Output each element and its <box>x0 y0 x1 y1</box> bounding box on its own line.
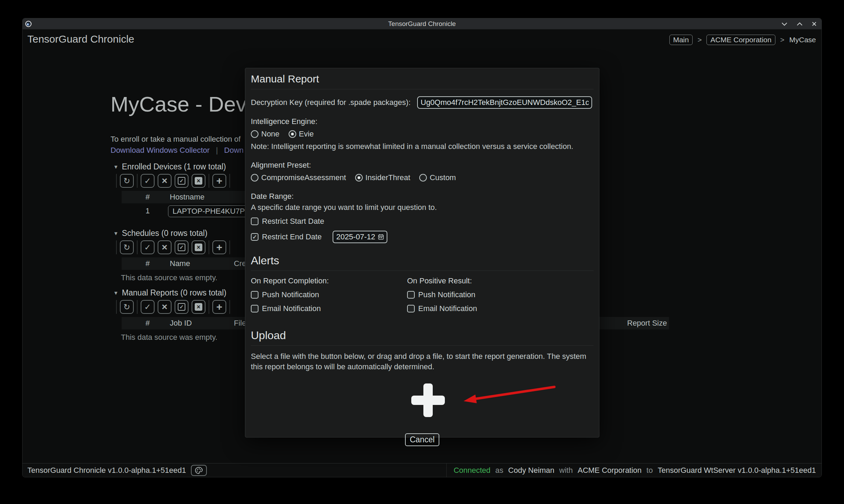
checkbox-check-icon: ✓ <box>178 303 185 311</box>
toolbar-divider <box>137 174 138 188</box>
restrict-start-date-checkbox[interactable]: Restrict Start Date <box>251 217 594 226</box>
section-title: Schedules (0 rows total) <box>122 229 208 238</box>
checkbox-checked-icon[interactable]: ✓ <box>251 233 258 241</box>
cancel-button[interactable]: Cancel <box>405 433 440 446</box>
minimize-icon[interactable] <box>781 22 788 26</box>
alerts-heading: Alerts <box>251 254 594 271</box>
status-word: to <box>647 466 653 475</box>
download-secondary-collector-link[interactable]: Down <box>224 146 244 155</box>
close-icon[interactable] <box>812 21 817 26</box>
status-word: as <box>495 466 503 475</box>
refresh-button[interactable]: ↻ <box>120 174 134 188</box>
toolbar-divider <box>209 240 209 254</box>
positive-push-checkbox[interactable]: Push Notification <box>407 290 563 299</box>
section-title: Enrolled Devices (1 row total) <box>122 162 226 171</box>
deselect-all-button[interactable]: × <box>192 174 205 188</box>
section-enrolled-devices[interactable]: ▼ Enrolled Devices (1 row total) <box>113 162 226 171</box>
radio-none[interactable]: None <box>251 130 280 139</box>
calendar-icon <box>378 234 384 240</box>
on-report-completion-column: On Report Completion: Push Notification … <box>251 276 407 313</box>
deselect-all-button[interactable]: × <box>192 240 205 254</box>
radio-evie[interactable]: Evie <box>289 130 314 139</box>
decryption-key-input[interactable] <box>417 96 592 109</box>
checkbox-x-icon: × <box>195 177 202 185</box>
check-icon: ✓ <box>144 303 151 311</box>
end-date-input[interactable]: 2025-07-12 <box>333 231 387 243</box>
approve-button[interactable]: ✓ <box>141 174 155 188</box>
radio-compromise-assessment[interactable]: CompromiseAssessment <box>251 173 346 182</box>
radio-insider-threat[interactable]: InsiderThreat <box>355 173 411 182</box>
approve-button[interactable]: ✓ <box>141 300 155 314</box>
alignment-preset-label: Alignment Preset: <box>251 161 594 170</box>
toolbar-divider <box>137 300 138 314</box>
deselect-all-button[interactable]: × <box>192 300 205 314</box>
status-server: TensorGuard WtServer v1.0.0-alpha.1+51ee… <box>658 466 816 475</box>
status-left: TensorGuard Chronicle v1.0.0-alpha.1+51e… <box>27 465 207 476</box>
radio-icon <box>251 174 258 182</box>
section-manual-reports[interactable]: ▼ Manual Reports (0 rows total) <box>113 288 227 298</box>
checkbox-check-icon: ✓ <box>178 244 185 251</box>
alignment-preset-options: CompromiseAssessment InsiderThreat Custo… <box>251 173 594 182</box>
alerts-columns: On Report Completion: Push Notification … <box>251 276 594 313</box>
schedules-toolbar: ↻ ✓ × ✓ × + <box>116 240 230 255</box>
collapse-icon: ▼ <box>113 164 118 170</box>
intro-text: To enroll or take a manual collection of <box>111 135 240 144</box>
maximize-icon[interactable] <box>797 22 803 26</box>
section-title: Manual Reports (0 rows total) <box>122 288 227 298</box>
plus-icon: + <box>216 302 222 312</box>
refresh-icon: ↻ <box>123 244 130 251</box>
approve-button[interactable]: ✓ <box>141 240 155 254</box>
collector-links: Download Windows Collector | Down <box>111 146 244 155</box>
manual-report-dialog: Manual Report Decryption Key (required f… <box>245 68 599 437</box>
add-button[interactable]: + <box>212 174 226 188</box>
add-button[interactable]: + <box>212 300 226 314</box>
x-icon: × <box>162 176 167 186</box>
toolbar-divider <box>116 174 117 188</box>
dialog-footer: Cancel <box>251 433 594 446</box>
refresh-button[interactable]: ↻ <box>120 300 134 314</box>
theme-button[interactable] <box>191 465 207 476</box>
column-header: # <box>146 193 150 202</box>
status-user: Cody Neiman <box>508 466 554 475</box>
upload-add-file-button[interactable] <box>411 383 445 417</box>
reject-button[interactable]: × <box>158 174 172 188</box>
reject-button[interactable]: × <box>158 240 172 254</box>
select-all-button[interactable]: ✓ <box>175 174 188 188</box>
completion-push-checkbox[interactable]: Push Notification <box>251 290 407 299</box>
checkbox-icon <box>251 291 258 299</box>
select-all-button[interactable]: ✓ <box>175 240 188 254</box>
column-header: # <box>146 319 150 328</box>
hostname-button[interactable]: LAPTOP-PHE4KU7P <box>168 205 249 217</box>
download-windows-collector-link[interactable]: Download Windows Collector <box>111 146 210 155</box>
toolbar-divider <box>209 300 209 314</box>
intelligence-engine-label: Intelligence Engine: <box>251 117 594 126</box>
column-header: Name <box>170 259 190 268</box>
toolbar-divider <box>229 240 230 254</box>
upload-drop-area <box>251 375 594 431</box>
completion-email-checkbox[interactable]: Email Notification <box>251 304 407 313</box>
section-schedules[interactable]: ▼ Schedules (0 rows total) <box>113 229 208 238</box>
checkbox-icon <box>251 218 258 225</box>
date-range-description: A specific date range you want to limit … <box>251 203 594 212</box>
refresh-button[interactable]: ↻ <box>120 240 134 254</box>
window-controls <box>781 18 817 29</box>
x-icon: × <box>162 302 167 312</box>
radio-custom[interactable]: Custom <box>419 173 456 182</box>
status-bar: TensorGuard Chronicle v1.0.0-alpha.1+51e… <box>23 463 821 477</box>
check-icon: ✓ <box>144 177 151 185</box>
restrict-end-date-label: Restrict End Date <box>262 232 322 241</box>
refresh-icon: ↻ <box>123 303 130 311</box>
add-button[interactable]: + <box>212 240 226 254</box>
positive-email-checkbox[interactable]: Email Notification <box>407 304 563 313</box>
connection-status: Connected <box>454 466 490 475</box>
empty-table-message: This data source was empty. <box>121 273 217 282</box>
date-range-label: Date Range: <box>251 192 594 201</box>
toolbar-divider <box>209 174 209 188</box>
reject-button[interactable]: × <box>158 300 172 314</box>
engine-note: Note: Intelligent reporting is somewhat … <box>251 142 594 151</box>
upload-heading: Upload <box>251 329 594 346</box>
select-all-button[interactable]: ✓ <box>175 300 188 314</box>
refresh-icon: ↻ <box>123 177 130 185</box>
column-header: # <box>146 259 150 268</box>
check-icon: ✓ <box>144 244 151 251</box>
